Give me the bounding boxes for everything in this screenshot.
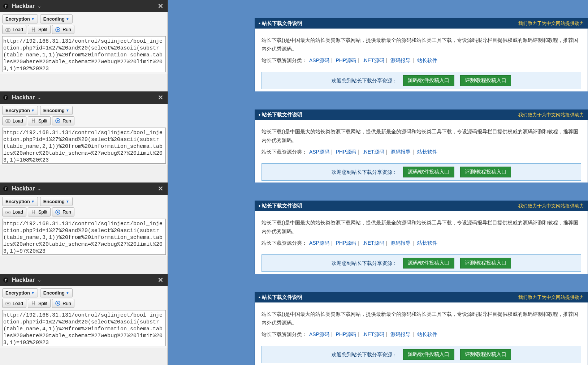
- triangle-down-icon: ▼: [31, 199, 35, 203]
- cat-link-soft[interactable]: 站长软件: [417, 331, 437, 337]
- cat-link-asp[interactable]: ASP源码: [309, 240, 329, 246]
- cats-label: 站长下载资源分类：: [261, 240, 307, 246]
- submit-review-button[interactable]: 评测/教程投稿入口: [460, 75, 511, 86]
- encryption-dropdown[interactable]: Encryption▼: [2, 14, 38, 23]
- split-button[interactable]: Split: [28, 25, 51, 34]
- run-button[interactable]: Run: [52, 25, 74, 34]
- load-button[interactable]: Load: [2, 116, 26, 125]
- cat-link-report[interactable]: 源码报导: [390, 57, 411, 63]
- hackbar-icon: f: [3, 186, 9, 192]
- split-button[interactable]: Split: [28, 207, 51, 216]
- submit-review-button[interactable]: 评测/教程投稿入口: [460, 167, 511, 177]
- site-header: •站长下载文件说明 我们致力于为中文网站提供动力: [255, 18, 588, 29]
- close-icon[interactable]: ✕: [156, 185, 165, 193]
- cat-link-dotnet[interactable]: .NET源码: [363, 331, 384, 337]
- svg-text:f: f: [5, 4, 7, 8]
- encoding-dropdown[interactable]: Encoding▼: [40, 197, 73, 206]
- site-header-title: 站长下载文件说明: [262, 294, 302, 301]
- close-icon[interactable]: ✕: [156, 94, 165, 102]
- url-input[interactable]: http://192.168.31.131/control/sqlinject/…: [2, 36, 166, 72]
- triangle-down-icon: ▼: [66, 17, 69, 21]
- site-header: •站长下载文件说明 我们致力于为中文网站提供动力: [255, 292, 588, 302]
- cat-link-report[interactable]: 源码报导: [390, 331, 411, 337]
- hackbar-panel: f Hackbar⌄ ✕ Encryption▼ Encoding▼ Load …: [0, 91, 168, 183]
- split-icon: [31, 27, 36, 32]
- submit-review-button[interactable]: 评测/教程投稿入口: [460, 349, 511, 360]
- cat-link-report[interactable]: 源码报导: [390, 149, 411, 155]
- cat-link-report[interactable]: 源码报导: [390, 240, 411, 246]
- submit-source-button[interactable]: 源码/软件投稿入口: [403, 258, 454, 269]
- triangle-down-icon: ▼: [31, 291, 35, 295]
- website-region: •站长下载文件说明 我们致力于为中文网站提供动力 站长下载()是中国最大的站长类…: [168, 182, 588, 274]
- submit-source-button[interactable]: 源码/软件投稿入口: [403, 349, 454, 360]
- welcome-text: 欢迎您到站长下载分享资源：: [332, 76, 397, 85]
- welcome-text: 欢迎您到站长下载分享资源：: [332, 350, 397, 359]
- load-button[interactable]: Load: [2, 299, 26, 308]
- cat-link-dotnet[interactable]: .NET源码: [363, 149, 384, 155]
- category-row: 站长下载资源分类： ASP源码| PHP源码| .NET源码| 源码报导| 站长…: [261, 330, 581, 339]
- cat-link-php[interactable]: PHP源码: [336, 331, 356, 337]
- site-slogan: 我们致力于为中文网站提供动力: [518, 20, 584, 27]
- cat-link-soft[interactable]: 站长软件: [417, 57, 437, 63]
- cat-link-asp[interactable]: ASP源码: [309, 149, 329, 155]
- load-button[interactable]: Load: [2, 25, 26, 34]
- triangle-down-icon: ▼: [31, 17, 35, 21]
- cats-label: 站长下载资源分类：: [261, 57, 307, 63]
- site-header-title: 站长下载文件说明: [262, 112, 302, 118]
- cat-link-asp[interactable]: ASP源码: [309, 57, 329, 63]
- svg-marker-11: [57, 120, 59, 122]
- cat-link-php[interactable]: PHP源码: [336, 149, 356, 155]
- welcome-text: 欢迎您到站长下载分享资源：: [332, 259, 397, 267]
- chevron-down-icon[interactable]: ⌄: [38, 95, 41, 100]
- site-header-title: 站长下载文件说明: [262, 203, 302, 209]
- split-icon: [31, 118, 36, 123]
- submit-source-button[interactable]: 源码/软件投稿入口: [403, 167, 454, 177]
- url-input[interactable]: http://192.168.31.131/control/sqlinject/…: [2, 219, 166, 255]
- encoding-dropdown[interactable]: Encoding▼: [40, 14, 73, 23]
- play-icon: [55, 301, 60, 306]
- hackbar-icon: f: [3, 277, 9, 283]
- close-icon[interactable]: ✕: [156, 2, 165, 10]
- site-header: •站长下载文件说明 我们致力于为中文网站提供动力: [255, 201, 588, 211]
- hackbar-title-text: Hackbar: [12, 277, 35, 283]
- cat-link-php[interactable]: PHP源码: [336, 240, 356, 246]
- svg-point-21: [7, 303, 9, 304]
- encryption-dropdown[interactable]: Encryption▼: [2, 288, 38, 297]
- cat-link-dotnet[interactable]: .NET源码: [363, 57, 384, 63]
- submit-review-button[interactable]: 评测/教程投稿入口: [460, 258, 511, 269]
- encryption-dropdown[interactable]: Encryption▼: [2, 197, 38, 206]
- hackbar-panel: f Hackbar⌄ ✕ Encryption▼ Encoding▼ Load …: [0, 274, 168, 365]
- encoding-dropdown[interactable]: Encoding▼: [40, 288, 73, 297]
- submit-source-button[interactable]: 源码/软件投稿入口: [403, 75, 454, 86]
- cat-link-php[interactable]: PHP源码: [336, 57, 356, 63]
- run-button[interactable]: Run: [52, 207, 74, 216]
- run-button[interactable]: Run: [52, 299, 74, 308]
- play-icon: [55, 27, 60, 32]
- cat-link-dotnet[interactable]: .NET源码: [363, 240, 384, 246]
- url-input[interactable]: http://192.168.31.131/control/sqlinject/…: [2, 128, 166, 164]
- cat-link-soft[interactable]: 站长软件: [417, 149, 437, 155]
- encryption-dropdown[interactable]: Encryption▼: [2, 106, 38, 115]
- load-icon: [5, 210, 10, 215]
- hackbar-titlebar: f Hackbar⌄ ✕: [0, 0, 168, 12]
- chevron-down-icon[interactable]: ⌄: [38, 278, 41, 283]
- split-icon: [31, 210, 36, 215]
- split-button[interactable]: Split: [28, 116, 51, 125]
- chevron-down-icon[interactable]: ⌄: [38, 4, 41, 9]
- encoding-dropdown[interactable]: Encoding▼: [40, 106, 73, 115]
- close-icon[interactable]: ✕: [156, 276, 165, 284]
- welcome-box: 欢迎您到站长下载分享资源： 源码/软件投稿入口 评测/教程投稿入口: [261, 254, 581, 272]
- cat-link-soft[interactable]: 站长软件: [417, 240, 437, 246]
- run-button[interactable]: Run: [52, 116, 74, 125]
- play-icon: [55, 210, 60, 215]
- welcome-text: 欢迎您到站长下载分享资源：: [332, 168, 397, 176]
- chevron-down-icon[interactable]: ⌄: [38, 186, 41, 191]
- hackbar-panel: f Hackbar⌄ ✕ Encryption▼ Encoding▼ Load …: [0, 0, 168, 91]
- load-button[interactable]: Load: [2, 207, 26, 216]
- hackbar-titlebar: f Hackbar⌄ ✕: [0, 274, 168, 286]
- cat-link-asp[interactable]: ASP源码: [309, 331, 329, 337]
- svg-marker-5: [57, 29, 59, 31]
- welcome-box: 欢迎您到站长下载分享资源： 源码/软件投稿入口 评测/教程投稿入口: [261, 72, 581, 89]
- url-input[interactable]: http://192.168.31.131/control/sqlinject/…: [2, 310, 166, 346]
- split-button[interactable]: Split: [28, 299, 51, 308]
